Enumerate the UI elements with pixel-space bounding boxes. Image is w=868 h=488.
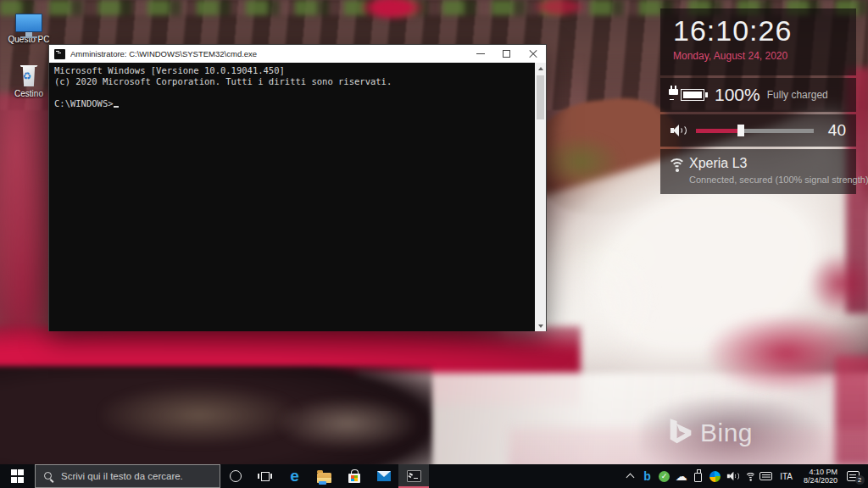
desktop-icon-questo-pc[interactable]: Questo PC xyxy=(2,3,56,44)
volume-slider[interactable] xyxy=(696,125,814,136)
cmd-window: Amministratore: C:\WINDOWS\SYSTEM32\cmd.… xyxy=(48,44,547,331)
search-icon xyxy=(43,471,54,482)
notification-icon: 2 xyxy=(847,471,860,481)
network-name: Xperia L3 xyxy=(689,156,748,171)
wallpaper-texture xyxy=(280,398,415,449)
battery-status: Fully charged xyxy=(767,89,828,101)
volume-value: 40 xyxy=(824,121,846,140)
desktop-screen: Bing Questo PC ♻ Cestino 16:10:26 Monday… xyxy=(0,0,868,488)
wallpaper-texture xyxy=(534,0,585,17)
language-indicator[interactable]: ITA xyxy=(776,472,796,481)
bing-watermark: Bing xyxy=(668,417,753,449)
cortana-icon xyxy=(230,470,242,482)
green-check-icon xyxy=(659,471,670,482)
close-button[interactable] xyxy=(520,45,546,63)
clock-time: 16:10:26 xyxy=(673,14,856,47)
wifi-icon xyxy=(745,472,753,481)
speaker-icon[interactable] xyxy=(670,124,687,137)
file-explorer-icon xyxy=(317,473,331,483)
minimize-button[interactable] xyxy=(467,45,493,63)
speaker-icon xyxy=(727,471,737,481)
scrollbar-thumb[interactable] xyxy=(537,75,544,119)
battery-charging-icon xyxy=(669,86,706,103)
volume-panel: 40 xyxy=(660,114,856,147)
terminal-prompt: C:\WINDOWS> xyxy=(54,98,114,108)
terminal-line: (c) 2020 Microsoft Corporation. Tutti i … xyxy=(54,76,529,87)
tray-time: 4:10 PM xyxy=(804,468,837,476)
tray-usb-button[interactable] xyxy=(692,467,704,485)
tray-clock[interactable]: 4:10 PM 8/24/2020 xyxy=(800,468,841,485)
clock-panel: 16:10:26 Monday, August 24, 2020 xyxy=(660,8,856,75)
tray-date: 8/24/2020 xyxy=(804,476,837,485)
tray-network-button[interactable] xyxy=(743,467,755,485)
terminal-prompt-line: C:\WINDOWS> xyxy=(54,98,529,109)
clock-date: Monday, August 24, 2020 xyxy=(673,50,856,62)
maximize-button[interactable] xyxy=(493,45,520,63)
system-tray: ITA 4:10 PM 8/24/2020 2 xyxy=(624,464,868,488)
volume-thumb[interactable] xyxy=(737,125,744,136)
tray-onedrive-button[interactable] xyxy=(675,467,687,485)
bing-icon xyxy=(643,469,651,484)
store-icon xyxy=(348,474,360,483)
hidden-icons-button[interactable] xyxy=(624,467,637,485)
wallpaper-texture xyxy=(360,0,424,20)
taskbar-cmd-button[interactable] xyxy=(398,464,429,488)
cmd-icon xyxy=(54,49,65,59)
taskbar-store-button[interactable] xyxy=(339,464,369,488)
terminal-line-blank xyxy=(54,87,529,98)
taskbar-edge-button[interactable] xyxy=(280,464,309,488)
search-placeholder-text: Scrivi qui il testo da cercare. xyxy=(61,471,183,481)
network-panel[interactable]: Xperia L3 Connected, secured (100% signa… xyxy=(660,149,856,194)
tray-volume-button[interactable] xyxy=(726,467,738,485)
tray-touch-keyboard-button[interactable] xyxy=(760,467,772,485)
notification-badge: 2 xyxy=(855,475,865,485)
volume-fill xyxy=(696,129,741,133)
mail-icon xyxy=(377,471,391,481)
bing-wordmark: Bing xyxy=(700,419,753,447)
battery-percent: 100% xyxy=(715,85,760,105)
taskbar-cortana-button[interactable] xyxy=(220,464,250,488)
bing-icon xyxy=(668,417,693,449)
window-title: Amministratore: C:\WINDOWS\SYSTEM32\cmd.… xyxy=(70,49,467,58)
wallpaper-texture xyxy=(810,254,868,313)
task-view-icon xyxy=(258,471,272,482)
tray-defender-button[interactable] xyxy=(709,467,721,485)
cloud-icon xyxy=(676,469,687,484)
scrollbar[interactable] xyxy=(535,63,546,331)
network-status: Connected, secured (100% signal strength… xyxy=(689,175,868,185)
action-center-button[interactable]: 2 xyxy=(845,467,865,485)
wifi-icon xyxy=(668,158,687,172)
tray-antivirus-button[interactable] xyxy=(658,467,670,485)
usb-device-icon xyxy=(694,473,702,482)
terminal-output[interactable]: Microsoft Windows [Versione 10.0.19041.4… xyxy=(49,63,546,331)
taskbar-task-view-button[interactable] xyxy=(250,464,280,488)
terminal-line: Microsoft Windows [Versione 10.0.19041.4… xyxy=(54,65,529,76)
cmd-titlebar[interactable]: Amministratore: C:\WINDOWS\SYSTEM32\cmd.… xyxy=(49,45,546,63)
terminal-cursor xyxy=(114,99,119,108)
command-prompt-icon xyxy=(407,470,421,482)
this-pc-icon xyxy=(2,3,56,32)
taskbar-file-explorer-button[interactable] xyxy=(309,464,339,488)
keyboard-icon xyxy=(760,472,772,480)
windows-logo-icon xyxy=(11,469,25,483)
scroll-down-arrow[interactable] xyxy=(535,320,546,331)
taskbar: Scrivi qui il testo da cercare. ITA 4:10… xyxy=(0,464,868,488)
taskbar-search-box[interactable]: Scrivi qui il testo da cercare. xyxy=(35,464,220,488)
taskbar-empty-area xyxy=(429,464,624,488)
edge-icon xyxy=(290,468,299,485)
chevron-up-icon xyxy=(626,474,635,482)
taskbar-mail-button[interactable] xyxy=(369,464,398,488)
wallpaper-texture xyxy=(102,385,297,445)
tray-bing-button[interactable] xyxy=(641,467,654,485)
windows-defender-icon xyxy=(709,471,721,482)
start-button[interactable] xyxy=(0,464,35,488)
battery-panel: 100% Fully charged xyxy=(660,78,856,112)
scroll-up-arrow[interactable] xyxy=(535,63,546,74)
